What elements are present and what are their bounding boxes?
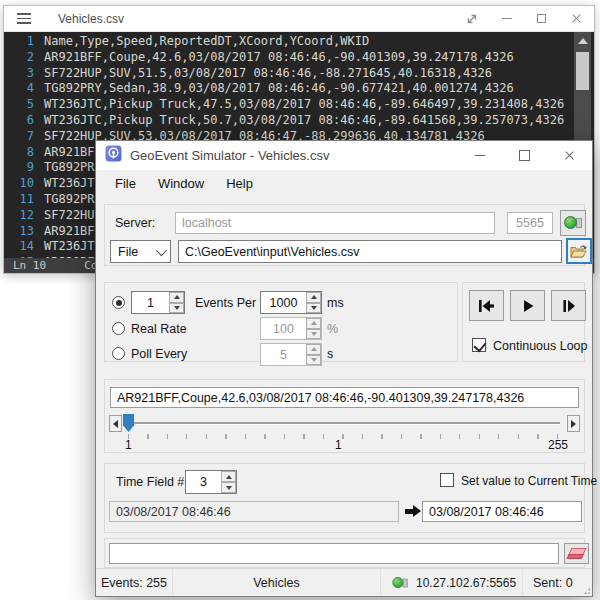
editor-window-title: Vehicles.csv bbox=[58, 12, 124, 26]
menu-bar: File Window Help bbox=[96, 170, 592, 197]
play-button[interactable] bbox=[510, 290, 545, 321]
real-rate-unit-label: % bbox=[327, 322, 338, 336]
line-indicator: Ln 10 bbox=[13, 259, 46, 272]
events-count-status: Events: 255 bbox=[101, 576, 167, 590]
events-ms-spinner[interactable]: 1000 bbox=[260, 291, 322, 314]
csv-line: 3SF722HUP,SUV,51.5,03/08/2017 08:46:46,-… bbox=[4, 66, 594, 82]
line-number: 8 bbox=[4, 145, 34, 161]
resize-grip[interactable] bbox=[580, 584, 590, 594]
line-text: SF722HU bbox=[34, 208, 95, 224]
source-type-select[interactable]: File bbox=[110, 240, 171, 263]
slider-left-button[interactable] bbox=[109, 415, 122, 432]
step-forward-icon bbox=[561, 299, 576, 313]
events-per-label: Events Per bbox=[195, 296, 256, 310]
spin-down-icon[interactable] bbox=[306, 303, 321, 314]
geoevent-simulator-window: GeoEvent Simulator - Vehicles.csv File W… bbox=[95, 140, 593, 597]
real-rate-radio[interactable] bbox=[112, 322, 125, 335]
slider-right-button[interactable] bbox=[567, 415, 580, 432]
spin-up-icon bbox=[306, 344, 321, 355]
spin-up-icon[interactable] bbox=[169, 292, 184, 303]
skip-to-start-icon bbox=[478, 299, 495, 313]
line-number: 10 bbox=[4, 176, 34, 192]
event-slider-thumb[interactable] bbox=[123, 414, 134, 432]
file-path-field[interactable]: C:\GeoEvent\input\Vehicles.csv bbox=[178, 240, 562, 263]
events-ms-value: 1000 bbox=[261, 292, 306, 313]
set-current-time-label: Set value to Current Time bbox=[461, 474, 597, 488]
arrow-right-icon bbox=[571, 420, 576, 428]
event-slider-track[interactable] bbox=[127, 422, 560, 425]
poll-every-label: Poll Every bbox=[131, 347, 187, 361]
expand-window-icon[interactable] bbox=[454, 6, 489, 31]
scroll-up-icon[interactable] bbox=[578, 38, 588, 44]
minimize-button[interactable] bbox=[457, 141, 502, 170]
eraser-icon bbox=[567, 548, 587, 559]
set-current-time-checkbox[interactable] bbox=[440, 473, 454, 487]
slider-labels: 1 1 255 bbox=[105, 438, 584, 452]
close-button[interactable] bbox=[559, 6, 594, 31]
line-number: 6 bbox=[4, 113, 34, 129]
skip-to-start-button[interactable] bbox=[469, 290, 504, 321]
real-rate-value: 100 bbox=[261, 318, 306, 339]
events-per-radio[interactable] bbox=[112, 296, 125, 309]
step-forward-button[interactable] bbox=[551, 290, 586, 321]
server-label: Server: bbox=[115, 216, 155, 230]
close-button[interactable] bbox=[547, 141, 592, 170]
continuous-loop-label: Continuous Loop bbox=[493, 339, 588, 353]
hamburger-menu-icon[interactable] bbox=[17, 13, 31, 24]
original-time-field: 03/08/2017 08:46:46 bbox=[109, 501, 399, 522]
line-text: TG892PRY,Sedan,38.9,03/08/2017 08:46:46,… bbox=[34, 81, 514, 97]
line-number: 2 bbox=[4, 50, 34, 66]
time-field-spinner[interactable]: 3 bbox=[185, 470, 237, 494]
output-time-field[interactable]: 03/08/2017 08:46:46 bbox=[422, 501, 582, 522]
spin-down-icon bbox=[306, 329, 321, 340]
spin-down-icon[interactable] bbox=[169, 303, 184, 314]
spin-down-icon[interactable] bbox=[221, 482, 236, 493]
real-rate-label: Real Rate bbox=[131, 322, 187, 336]
line-text: SF722HUP,SUV,51.5,03/08/2017 08:46:46,-8… bbox=[34, 66, 492, 82]
line-text: AR921BFF,Coupe,42.6,03/08/2017 08:46:46,… bbox=[34, 50, 514, 66]
minimize-button[interactable] bbox=[489, 6, 524, 31]
current-event-field[interactable]: AR921BFF,Coupe,42.6,03/08/2017 08:46:46,… bbox=[110, 387, 579, 408]
server-port-field[interactable]: 5565 bbox=[507, 212, 553, 234]
spin-up-icon[interactable] bbox=[306, 292, 321, 303]
menu-window[interactable]: Window bbox=[147, 172, 215, 195]
spin-up-icon bbox=[306, 318, 321, 329]
line-number: 1 bbox=[4, 34, 34, 50]
play-icon bbox=[521, 299, 535, 313]
time-field-group: Time Field # 3 Set value to Current Time… bbox=[104, 463, 585, 533]
slider-max-label: 255 bbox=[548, 438, 568, 452]
connection-status-icon bbox=[564, 216, 582, 230]
continuous-loop-checkbox[interactable] bbox=[472, 338, 486, 352]
csv-line: 2AR921BFF,Coupe,42.6,03/08/2017 08:46:46… bbox=[4, 50, 594, 66]
rate-group: 1 Events Per 1000 ms Real Rate 100 % Pol… bbox=[104, 282, 458, 362]
line-text: WT236JTC,Pickup Truck,50.7,03/08/2017 08… bbox=[34, 113, 564, 129]
sent-count-status: Sent: 0 bbox=[533, 576, 573, 590]
line-text: Name,Type,Speed,ReportedDT,XCoord,YCoord… bbox=[34, 34, 369, 50]
server-host-field[interactable]: localhost bbox=[175, 212, 495, 234]
menu-file[interactable]: File bbox=[104, 172, 147, 195]
events-count-value: 1 bbox=[132, 292, 169, 313]
spin-up-icon[interactable] bbox=[221, 471, 236, 482]
line-number: 7 bbox=[4, 129, 34, 145]
events-unit-label: ms bbox=[327, 296, 344, 310]
menu-help[interactable]: Help bbox=[215, 172, 264, 195]
events-count-spinner[interactable]: 1 bbox=[131, 291, 185, 314]
browse-file-button[interactable] bbox=[566, 238, 592, 264]
maximize-button[interactable] bbox=[524, 6, 559, 31]
arrow-left-icon bbox=[113, 420, 118, 428]
maximize-button[interactable] bbox=[502, 141, 547, 170]
progress-group bbox=[104, 538, 585, 568]
line-number: 11 bbox=[4, 192, 34, 208]
poll-every-radio[interactable] bbox=[112, 347, 125, 360]
poll-spinner: 5 bbox=[260, 343, 322, 366]
simulator-window-title: GeoEvent Simulator - Vehicles.csv bbox=[130, 148, 329, 163]
message-log-field[interactable] bbox=[109, 543, 559, 564]
simulator-statusbar: Events: 255 Vehicles 10.27.102.67:5565 S… bbox=[96, 568, 592, 596]
connect-button[interactable] bbox=[560, 210, 586, 236]
line-number: 14 bbox=[4, 239, 34, 255]
csv-line: 4TG892PRY,Sedan,38.9,03/08/2017 08:46:46… bbox=[4, 81, 594, 97]
scrollbar-thumb[interactable] bbox=[576, 52, 589, 90]
line-text: TG892PR bbox=[34, 192, 95, 208]
clear-button[interactable] bbox=[564, 543, 589, 564]
csv-line: 6WT236JTC,Pickup Truck,50.7,03/08/2017 0… bbox=[4, 113, 594, 129]
